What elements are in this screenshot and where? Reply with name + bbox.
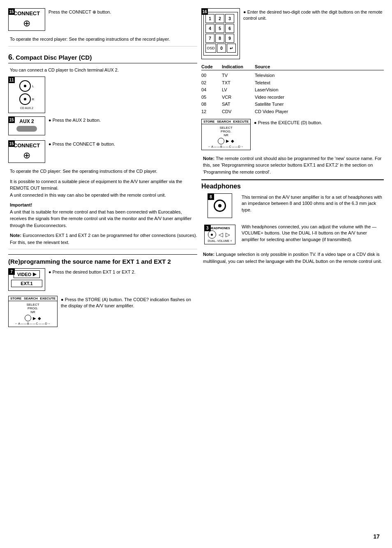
- indication-tv: TV: [222, 72, 247, 79]
- aux2-button-shape: [16, 126, 37, 132]
- step-11-icon: 11 L R CD AUX.2: [8, 77, 45, 113]
- important-block: Important! A unit that is suitable for r…: [10, 202, 197, 229]
- step-num-15a: 15: [8, 8, 15, 15]
- video-btn-label: VIDEO: [17, 272, 31, 277]
- cd-section-desc: You can connect a CD player to Cinch ter…: [10, 67, 197, 74]
- connector-symbol-2: ⊕: [11, 150, 42, 161]
- hp-vol-down-icon: ◁: [219, 231, 223, 238]
- code-row-05: 05 VCR Video recorder: [201, 94, 384, 101]
- knob-L: L: [19, 80, 34, 92]
- hp-terminal-box: 8: [208, 193, 232, 218]
- hp-dual-circle: [208, 230, 216, 239]
- sse-controls-right: ▶ ◆: [203, 138, 249, 144]
- step-7-row: 7 VIDEO ▶ EXT.1 ● Press the desired butt…: [8, 268, 197, 291]
- remote-btn-7[interactable]: 7: [205, 34, 214, 43]
- section-cd-text: . Compact Disc Player (CD): [12, 54, 92, 61]
- step-6-execute-icon: STORE SEARCH EXECUTE SELECTPROG.NR ▶ ◆: [201, 119, 251, 150]
- step-15a-row: 15 CONNECT ⊕ Press the CONNECT ⊕ button.: [8, 8, 197, 31]
- step-16-text: ● Enter the desired two-digit code with …: [243, 8, 384, 22]
- source-vcr: Video recorder: [255, 94, 296, 101]
- code-row-00: 00 TV Television: [201, 72, 384, 79]
- aux2-label: AUX 2: [11, 118, 42, 124]
- step-8-text: This terminal on the A/V tuner amplifier…: [242, 193, 384, 213]
- hp-btn-row: ◁ ▷: [208, 230, 232, 239]
- step-6-store-row: STORE SEARCH EXECUTE SELECTPROG.NR ▶ ◆: [8, 296, 197, 327]
- step-num-7: 7: [8, 268, 15, 275]
- sse-abcd-left: ←A——B——C——D→: [10, 322, 55, 325]
- note-euroconn: Note: Euroconnectors EXT 1 and EXT 2 can…: [10, 232, 197, 246]
- note-euroconn-label: Note:: [10, 233, 21, 238]
- headphones-section: Headphones 8 This terminal on the A/V tu…: [201, 179, 384, 265]
- hp-note-text: Language selection is only possible in p…: [203, 252, 382, 264]
- step-num-15c: 15: [8, 140, 15, 147]
- remote-btn-3[interactable]: 3: [225, 14, 234, 23]
- sse-execute-left: EXECUTE: [40, 297, 55, 300]
- step-15c-text: ● Press the CONNECT ⊕ button.: [48, 140, 197, 147]
- hp-headphones-label: HEADPHONES: [208, 227, 232, 230]
- source-laservision: LaserVision: [255, 86, 296, 94]
- step-3-text: With headphones connected, you can adjus…: [242, 223, 384, 243]
- cd-note-2: It is possible to connect a suitable pie…: [10, 178, 197, 199]
- code-table: Code Indication Source 00 TV Television …: [201, 64, 384, 116]
- connector-symbol-1: ⊕: [11, 18, 42, 29]
- code-05: 05: [201, 94, 214, 101]
- cd-aux2-label: CD AUX.2: [11, 107, 42, 109]
- sse-store-left: STORE: [10, 297, 21, 300]
- step-15c-row: 15 CONNECT ⊕ ● Press the CONNECT ⊕ butto…: [8, 140, 197, 163]
- hp-vol-up-icon: ▷: [226, 231, 230, 238]
- remote-btn-osd[interactable]: OSD: [205, 44, 216, 53]
- step-6-execute-row: STORE SEARCH EXECUTE SELECTPROG.NR ▶ ◆: [201, 119, 384, 150]
- remote-btn-5[interactable]: 5: [215, 24, 224, 33]
- step-16-row: 16 1 2 3 4 5 6: [201, 8, 384, 59]
- remote-btn-0[interactable]: 0: [217, 44, 226, 53]
- step-15a-instruction: Press the CONNECT ⊕ button.: [48, 9, 111, 14]
- remote-btn-4[interactable]: 4: [205, 24, 214, 33]
- sse-box-right: STORE SEARCH EXECUTE SELECTPROG.NR ▶ ◆: [201, 119, 251, 150]
- note-euroconn-text: Euroconnectors EXT 1 and EXT 2 can be pr…: [10, 233, 197, 245]
- knob-circle-R: [19, 93, 31, 105]
- sse-header-left: STORE SEARCH EXECUTE: [9, 296, 57, 301]
- page-number: 17: [373, 533, 380, 540]
- sse-sub-label-right: SELECTPROG.NR: [203, 126, 249, 137]
- divider-2: [8, 249, 197, 249]
- right-column: 16 1 2 3 4 5 6: [201, 8, 384, 540]
- sse-header-right: STORE SEARCH EXECUTE: [202, 119, 250, 124]
- code-row-08: 08 SAT Satellite Tuner: [201, 101, 384, 108]
- sse-play-btn: ▶: [33, 316, 36, 320]
- indication-vcr: VCR: [222, 94, 247, 101]
- indication-lv: LV: [222, 86, 247, 94]
- code-04: 04: [201, 86, 214, 94]
- hp-volume-label: - VOLUME +: [215, 239, 232, 242]
- col-source-header: Source: [255, 64, 296, 69]
- remote-btn-2[interactable]: 2: [215, 14, 224, 23]
- left-column: 15 CONNECT ⊕ Press the CONNECT ⊕ button.…: [8, 8, 197, 540]
- sse-abcd-right: ←A——B——C——D→: [203, 145, 249, 148]
- step-6-execute-text: ● Press the EXECUTE (D) button.: [254, 119, 384, 126]
- section-cd-title: 6. Compact Disc Player (CD): [8, 53, 197, 63]
- step-7-icon: 7 VIDEO ▶ EXT.1: [8, 268, 45, 291]
- remote-row-4: OSD 0 ↵: [205, 44, 236, 53]
- remote-btn-8[interactable]: 8: [215, 34, 224, 43]
- knob-R: R: [19, 93, 35, 105]
- step-num-15b: 15: [8, 116, 15, 123]
- remote-btn-6[interactable]: 6: [225, 24, 234, 33]
- step-16-device-box: 16 1 2 3 4 5 6: [201, 8, 240, 59]
- headphones-title: Headphones: [201, 183, 384, 190]
- code-02: 02: [201, 79, 214, 87]
- indication-cdv: CDV: [222, 108, 247, 116]
- sse-play-right: ▶: [226, 139, 229, 143]
- col-indication-header: Indication: [222, 64, 247, 69]
- step-7-device-box: 7 VIDEO ▶ EXT.1: [8, 268, 45, 291]
- code-row-12: 12 CDV CD Video Player: [201, 108, 384, 116]
- sse-box-left: STORE SEARCH EXECUTE SELECTPROG.NR ▶ ◆: [8, 296, 58, 327]
- sse-circle-A: [25, 315, 31, 321]
- knob-circle-L: [19, 80, 31, 92]
- remote-btn-1[interactable]: 1: [205, 14, 214, 23]
- source-television: Television: [255, 72, 296, 79]
- video-arrow: ▶: [33, 272, 36, 277]
- remote-btn-9[interactable]: 9: [225, 34, 234, 43]
- remote-btn-enter[interactable]: ↵: [227, 44, 236, 53]
- col-code-header: Code: [201, 64, 214, 69]
- code-08: 08: [201, 101, 214, 108]
- page: 15 CONNECT ⊕ Press the CONNECT ⊕ button.…: [0, 0, 392, 548]
